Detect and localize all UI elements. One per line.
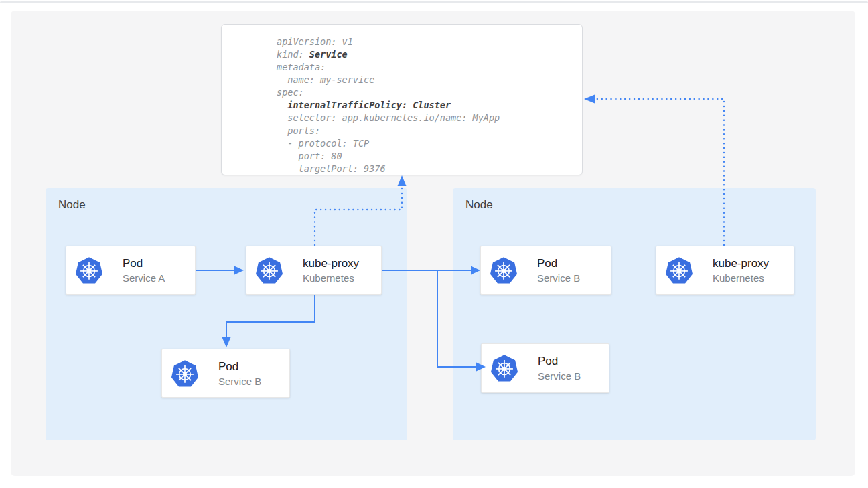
card-title: Pod xyxy=(537,256,580,270)
card-kube-proxy-right: kube-proxy Kubernetes xyxy=(656,246,794,295)
card-subtitle: Kubernetes xyxy=(713,272,769,284)
yaml-line: port: 80 xyxy=(277,150,582,163)
node-box-left: Node xyxy=(46,188,407,440)
kubernetes-icon xyxy=(490,354,518,382)
yaml-line: metadata: xyxy=(277,61,582,74)
kubernetes-icon xyxy=(255,256,283,284)
node-box-right: Node xyxy=(453,188,816,440)
card-subtitle: Service A xyxy=(123,272,165,284)
service-internal-traffic-diagram: apiVersion: v1 kind: Service metadata: n… xyxy=(0,0,868,488)
card-title: Pod xyxy=(538,354,581,368)
yaml-line: - protocol: TCP xyxy=(277,137,582,150)
service-yaml-card: apiVersion: v1 kind: Service metadata: n… xyxy=(221,24,583,175)
card-title: Pod xyxy=(218,359,261,374)
card-title: Pod xyxy=(123,256,165,270)
kubernetes-icon xyxy=(171,359,199,388)
card-subtitle: Service B xyxy=(218,375,261,388)
card-title: kube-proxy xyxy=(303,256,359,270)
card-pod-service-a: Pod Service A xyxy=(66,246,196,295)
card-subtitle: Service B xyxy=(537,272,580,284)
card-subtitle: Service B xyxy=(538,370,581,382)
yaml-line: internalTrafficPolicy: Cluster xyxy=(277,99,582,112)
card-pod-service-b-right-bottom: Pod Service B xyxy=(481,343,609,393)
card-pod-service-b-left: Pod Service B xyxy=(161,349,290,398)
kubernetes-icon xyxy=(665,256,693,284)
yaml-line: selector: app.kubernetes.io/name: MyApp xyxy=(277,112,582,125)
kubernetes-icon xyxy=(75,256,103,284)
yaml-line: spec: xyxy=(277,86,582,99)
yaml-line: ports: xyxy=(277,125,582,137)
yaml-line: targetPort: 9376 xyxy=(277,163,582,175)
node-label: Node xyxy=(465,198,493,212)
page-top-border xyxy=(0,1,868,3)
card-kube-proxy-left: kube-proxy Kubernetes xyxy=(246,246,382,295)
node-label: Node xyxy=(58,198,86,212)
card-pod-service-b-right-top: Pod Service B xyxy=(480,246,611,295)
yaml-line: kind: Service xyxy=(277,48,582,61)
yaml-line: name: my-service xyxy=(277,74,582,86)
kubernetes-icon xyxy=(490,256,518,284)
card-subtitle: Kubernetes xyxy=(303,272,359,284)
yaml-line: apiVersion: v1 xyxy=(277,35,582,48)
card-title: kube-proxy xyxy=(713,256,769,270)
